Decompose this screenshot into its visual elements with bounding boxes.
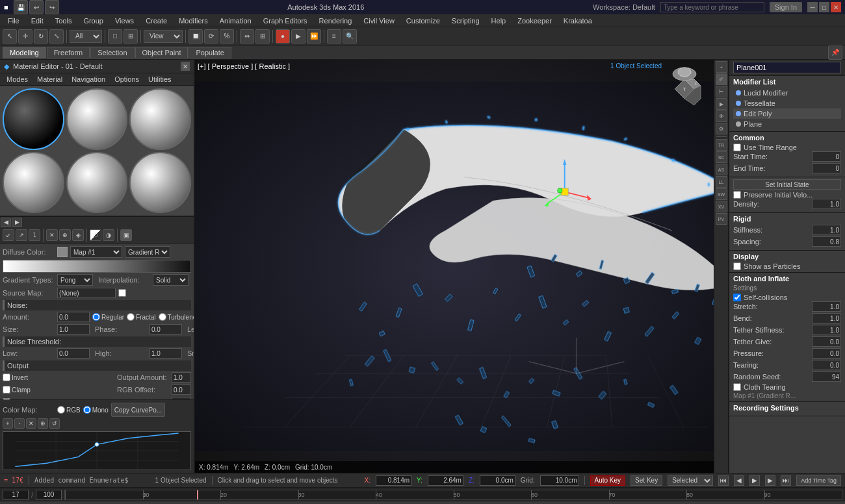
- menu-edit[interactable]: Edit: [26, 16, 49, 26]
- noise-fractal-radio[interactable]: [127, 313, 135, 321]
- modifier-editpoly[interactable]: Edit Poly: [733, 108, 841, 119]
- nav-cube[interactable]: T F: [662, 66, 707, 112]
- pressure-input[interactable]: [812, 348, 841, 359]
- use-time-range-checkbox[interactable]: [733, 144, 741, 151]
- sign-in-btn[interactable]: Sign In: [770, 2, 802, 12]
- noise-turbulence-radio[interactable]: [159, 313, 166, 321]
- pct-snap-btn[interactable]: %: [220, 29, 234, 44]
- diffuse-color-swatch[interactable]: [57, 247, 68, 257]
- cloth-tearing-checkbox[interactable]: [733, 383, 741, 391]
- diffuse-type-select[interactable]: Gradient Ramp: [125, 246, 170, 258]
- menu-zookeeper[interactable]: Zookeeper: [512, 16, 557, 26]
- viewport[interactable]: [+] [ Perspective ] [ Realistic ]: [195, 60, 714, 473]
- noise-size-input[interactable]: [57, 324, 90, 334]
- tab-object-paint[interactable]: Object Paint: [135, 47, 188, 58]
- snap-btn[interactable]: 🔲: [188, 29, 203, 44]
- modifier-plane[interactable]: Plane: [733, 119, 841, 129]
- show-as-particles-checkbox[interactable]: [733, 262, 741, 270]
- mat-sphere-3[interactable]: [3, 152, 64, 214]
- motion-tab-btn[interactable]: ▶: [716, 98, 727, 110]
- undo-btn[interactable]: ↩: [29, 0, 44, 14]
- menu-krakatoa[interactable]: Krakatoa: [558, 16, 597, 26]
- modify-tab-btn[interactable]: ✐: [716, 73, 727, 85]
- tab-modeling[interactable]: Modeling: [3, 47, 46, 58]
- redo-btn[interactable]: ↪: [45, 0, 59, 14]
- random-seed-input[interactable]: [812, 372, 841, 382]
- menu-help[interactable]: Help: [486, 16, 512, 26]
- mat-sphere-1[interactable]: [66, 88, 128, 150]
- bend-input[interactable]: [812, 313, 841, 323]
- angle-snap-btn[interactable]: ⟳: [204, 29, 218, 44]
- close-btn[interactable]: ✕: [831, 2, 841, 12]
- y-coord-input[interactable]: [428, 475, 463, 486]
- mat-menu-options[interactable]: Options: [110, 75, 143, 84]
- mat-reset-btn[interactable]: ✕: [46, 229, 58, 241]
- tether-stiffness-input[interactable]: [812, 325, 841, 335]
- mat-menu-navigation[interactable]: Navigation: [68, 75, 109, 84]
- maximize-btn[interactable]: □: [819, 2, 829, 12]
- grid-input[interactable]: [540, 475, 579, 486]
- stone-wall-btn[interactable]: SW: [716, 188, 727, 200]
- rotate-btn[interactable]: ↻: [34, 29, 48, 44]
- tearing-input[interactable]: [812, 360, 841, 370]
- tether-give-input[interactable]: [812, 336, 841, 347]
- next-frame-btn[interactable]: ▶: [765, 475, 775, 486]
- mat-menu-modes[interactable]: Modes: [3, 75, 32, 84]
- go-start-btn[interactable]: ⏮: [718, 475, 729, 486]
- search-input[interactable]: [660, 2, 764, 12]
- mat-sphere-2[interactable]: [129, 88, 191, 150]
- density-input[interactable]: [812, 199, 841, 209]
- noise-phase-input[interactable]: [150, 324, 182, 334]
- colormap-del-btn[interactable]: -: [14, 418, 25, 429]
- save-btn[interactable]: 💾: [14, 0, 28, 14]
- menu-rendering[interactable]: Rendering: [314, 16, 358, 26]
- stiffness-input[interactable]: [812, 225, 841, 235]
- low-input[interactable]: [57, 348, 90, 359]
- window-crossing-btn[interactable]: ⊞: [124, 29, 138, 44]
- menu-graph-editors[interactable]: Graph Editors: [258, 16, 313, 26]
- mono-radio[interactable]: [83, 406, 91, 414]
- rgb-radio[interactable]: [57, 406, 65, 414]
- noise-amount-input[interactable]: [57, 312, 90, 322]
- output-amount-input[interactable]: [172, 372, 191, 383]
- auto-key-btn[interactable]: Auto Key: [590, 475, 626, 486]
- schematic-view-btn[interactable]: SC: [716, 151, 727, 163]
- menu-tools[interactable]: Tools: [50, 16, 77, 26]
- colormap-reset-btn[interactable]: ↺: [49, 418, 60, 429]
- self-collisions-checkbox[interactable]: [733, 294, 741, 301]
- move-btn[interactable]: ✛: [18, 29, 32, 44]
- create-tab-btn[interactable]: +: [716, 61, 727, 73]
- key-filter-select[interactable]: Selected: [668, 475, 713, 486]
- menu-file[interactable]: File: [3, 16, 25, 26]
- mat-menu-material[interactable]: Material: [33, 75, 66, 84]
- spacing-input[interactable]: [812, 236, 841, 247]
- select-region-btn[interactable]: □: [108, 29, 122, 44]
- menu-views[interactable]: Views: [110, 16, 139, 26]
- diffuse-map-select[interactable]: Map #1: [70, 246, 122, 258]
- hierarchy-tab-btn[interactable]: ⊢: [716, 86, 727, 97]
- mat-sphere-5[interactable]: [129, 152, 191, 214]
- mat-put-btn[interactable]: ↗: [16, 229, 27, 241]
- menu-civil-view[interactable]: Civil View: [358, 16, 399, 26]
- mat-unique-btn[interactable]: ◈: [72, 229, 84, 241]
- copy-curves-btn[interactable]: Copy CurvePo...: [111, 403, 165, 417]
- source-map-checkbox[interactable]: [118, 289, 126, 297]
- utilities-tab-btn[interactable]: ⚙: [716, 123, 727, 134]
- ribbon-pin-btn[interactable]: 📌: [828, 45, 842, 60]
- layer-btn[interactable]: ≡: [327, 29, 341, 44]
- mat-editor-close-btn[interactable]: ✕: [181, 62, 190, 71]
- colormap-copy-btn[interactable]: ⊕: [38, 418, 48, 429]
- colormap-move-btn[interactable]: ✕: [26, 418, 36, 429]
- go-end-btn[interactable]: ⏭: [781, 475, 791, 486]
- mat-copy-btn[interactable]: ⊕: [59, 229, 71, 241]
- xview-btn[interactable]: XV: [716, 201, 727, 212]
- prev-frame-btn[interactable]: ◀: [734, 475, 744, 486]
- current-frame-input[interactable]: [3, 490, 29, 500]
- invert-checkbox[interactable]: [3, 373, 10, 381]
- colormap-add-btn[interactable]: +: [3, 418, 13, 429]
- particle-view-btn[interactable]: PV: [716, 213, 727, 225]
- z-coord-input[interactable]: [480, 475, 515, 486]
- display-tab-btn[interactable]: 👁: [716, 110, 727, 122]
- tab-freeform[interactable]: Freeform: [47, 47, 90, 58]
- asset-browser-btn[interactable]: AS: [716, 164, 727, 175]
